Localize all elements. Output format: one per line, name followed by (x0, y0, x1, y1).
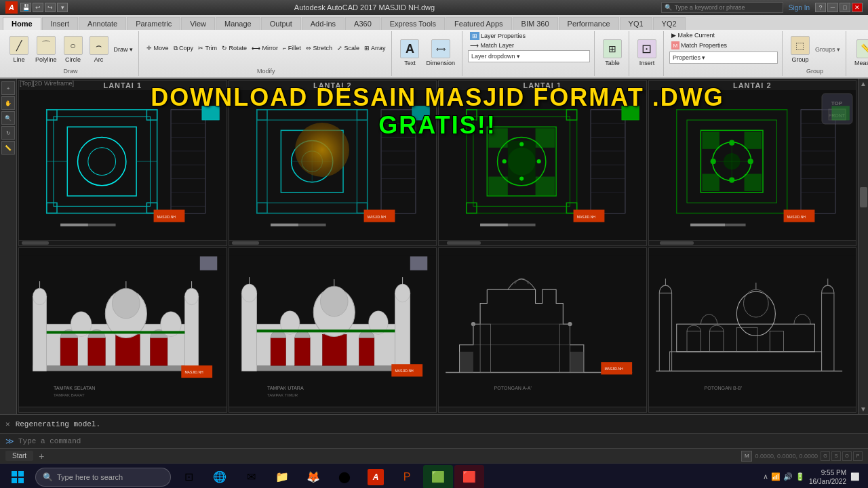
nav-cube[interactable]: TOP FRONT (818, 90, 856, 127)
taskbar-green-app-btn[interactable]: 🟩 (423, 465, 453, 489)
tool-orbit[interactable]: ↻ (1, 126, 15, 140)
make-current-btn[interactable]: ▶ Make Current (669, 31, 717, 39)
cell-7-viewport[interactable]: POTONGAN A-A' MASJID.NH (439, 248, 646, 407)
cell-3-hscroll[interactable] (439, 240, 646, 245)
tool-measure2[interactable]: 📏 (1, 141, 15, 155)
cell-4-viewport[interactable]: MASJID.NH TOP FRONT (649, 90, 856, 240)
text-btn[interactable]: A Text (397, 38, 422, 68)
tab-expresstools[interactable]: Express Tools (381, 17, 445, 30)
insert-btn[interactable]: ⊡ Insert (635, 38, 659, 68)
redo-btn[interactable]: ↪ (45, 3, 56, 12)
tab-yq1[interactable]: YQ1 (620, 17, 652, 30)
windows-start-btn[interactable] (3, 465, 33, 489)
match-layer-btn[interactable]: ⟶ Match Layer (468, 41, 516, 49)
close-btn[interactable]: ✕ (852, 3, 863, 12)
line-tool-btn[interactable]: ╱ Line (7, 35, 31, 64)
tool-zoom[interactable]: 🔍 (1, 111, 15, 125)
snap-btn[interactable]: S (831, 451, 841, 461)
cell-6-viewport[interactable]: TAMPAK UTARA TAMPAK TIMUR MASJID.NH (229, 248, 437, 407)
undo-btn[interactable]: ↩ (33, 3, 43, 12)
cell-3-viewport[interactable]: MASJID.NH (439, 90, 646, 240)
taskbar-clock[interactable]: 9:55 PM 16/Jan/2022 (809, 468, 846, 486)
arc-tool-btn[interactable]: ⌢ Arc (87, 35, 111, 64)
cell-1-hscroll[interactable] (19, 240, 226, 245)
taskbar-edge-btn[interactable]: 🌐 (205, 465, 235, 489)
grid-btn[interactable]: G (821, 451, 830, 461)
cell-5-hscroll[interactable] (19, 407, 226, 412)
cell-1-viewport[interactable]: MASJID.NH (19, 90, 226, 240)
cell-5-viewport[interactable]: TAMPAK SELATAN TAMPAK BARAT MASJID.NH (19, 248, 226, 407)
minimize-btn[interactable]: ─ (827, 3, 838, 12)
maximize-btn[interactable]: □ (840, 3, 850, 12)
tab-home[interactable]: Home (3, 17, 41, 30)
tab-parametric[interactable]: Parametric (127, 17, 180, 30)
taskbar-chrome-btn[interactable]: ⬤ (330, 465, 359, 489)
dimension-btn[interactable]: ⟺ Dimension (423, 38, 458, 68)
cell-7-hscroll[interactable] (439, 407, 646, 412)
stretch-btn[interactable]: ⇔ Stretch (304, 44, 334, 52)
copy-btn[interactable]: ⧉ Copy (172, 44, 196, 53)
taskbar-ppt-btn[interactable]: P (392, 465, 422, 489)
scroll-thumb[interactable] (860, 187, 867, 207)
tool-pan[interactable]: ✋ (1, 96, 15, 110)
taskbar-search-box[interactable]: 🔍 Type here to search (35, 468, 171, 487)
model-space-btn[interactable]: M (741, 451, 752, 462)
tab-featuredapps[interactable]: Featured Apps (446, 17, 512, 30)
group-btn[interactable]: ⬚ Group (788, 35, 812, 64)
scroll-up-arrow[interactable]: ▲ (859, 79, 868, 89)
cell-4-hscroll[interactable] (649, 240, 856, 245)
tab-addins[interactable]: Add-ins (302, 17, 344, 30)
tray-volume-icon[interactable]: 🔊 (783, 472, 793, 481)
tab-yq2[interactable]: YQ2 (653, 17, 686, 30)
layer-dropdown[interactable]: Layer dropdown ▾ (468, 50, 590, 62)
tray-network-icon[interactable]: 📶 (771, 472, 781, 481)
match-properties-btn[interactable]: M Match Properties (669, 41, 729, 50)
viewport-scrollbar[interactable]: ▲ ▼ (858, 79, 868, 414)
polar-btn[interactable]: P (853, 451, 863, 461)
add-tab-btn[interactable]: + (39, 451, 44, 462)
taskbar-mail-btn[interactable]: ✉ (236, 465, 266, 489)
taskbar-autocad-btn[interactable]: A (361, 465, 391, 489)
properties-dropdown[interactable]: Properties ▾ (669, 52, 778, 64)
draw-dropdown-btn[interactable]: Draw ▾ (113, 45, 135, 54)
scroll-down-arrow[interactable]: ▼ (859, 404, 868, 414)
scale-btn[interactable]: ⤢ Scale (335, 44, 361, 52)
tab-insert[interactable]: Insert (42, 17, 79, 30)
layer-properties-btn[interactable]: ⊞ Layer Properties (468, 31, 528, 41)
cell-8-viewport[interactable]: POTONGAN B-B' (649, 248, 856, 407)
measure-btn[interactable]: 📏 Measure (852, 38, 868, 68)
polyline-tool-btn[interactable]: ⌒ Polyline (33, 35, 60, 64)
taskbar-folder-btn[interactable]: 📁 (267, 465, 297, 489)
circle-tool-btn[interactable]: ○ Circle (61, 35, 85, 64)
mirror-btn[interactable]: ⟷ Mirror (250, 44, 280, 52)
qa-dropdown-btn[interactable]: ▾ (57, 3, 68, 12)
tab-a360[interactable]: A360 (345, 17, 380, 30)
groups-dropdown-btn[interactable]: Groups ▾ (814, 45, 842, 54)
start-tab[interactable]: Start (5, 451, 33, 461)
move-btn[interactable]: ✛ Move (144, 44, 171, 52)
rotate-btn[interactable]: ↻ Rotate (220, 44, 249, 52)
tray-expand-btn[interactable]: ∧ (763, 472, 768, 481)
tab-manage[interactable]: Manage (216, 17, 260, 30)
fillet-btn[interactable]: ⌐ Fillet (281, 44, 303, 52)
tab-output[interactable]: Output (261, 17, 301, 30)
array-btn[interactable]: ⊞ Array (362, 44, 388, 52)
taskbar-firefox-btn[interactable]: 🦊 (298, 465, 328, 489)
table-btn[interactable]: ⊞ Table (600, 38, 625, 68)
tab-view[interactable]: View (181, 17, 215, 30)
tab-annotate[interactable]: Annotate (79, 17, 126, 30)
help-btn[interactable]: ? (815, 3, 826, 12)
ortho-btn[interactable]: O (842, 451, 852, 461)
search-box[interactable]: 🔍 Type a keyword or phrase (661, 2, 783, 13)
command-input-field[interactable] (18, 437, 863, 445)
show-desktop-btn[interactable]: ⬜ (850, 472, 860, 481)
trim-btn[interactable]: ✂ Trim (196, 44, 219, 52)
cell-6-hscroll[interactable] (229, 407, 437, 412)
quick-save-btn[interactable]: 💾 (20, 3, 31, 12)
tray-battery-icon[interactable]: 🔋 (795, 472, 805, 481)
tab-bim360[interactable]: BIM 360 (513, 17, 558, 30)
command-close-btn[interactable]: ✕ (5, 420, 10, 428)
cell-2-viewport[interactable]: MASJID.NH (229, 90, 437, 240)
cell-8-hscroll[interactable] (649, 407, 856, 412)
cell-2-hscroll[interactable] (229, 240, 437, 245)
